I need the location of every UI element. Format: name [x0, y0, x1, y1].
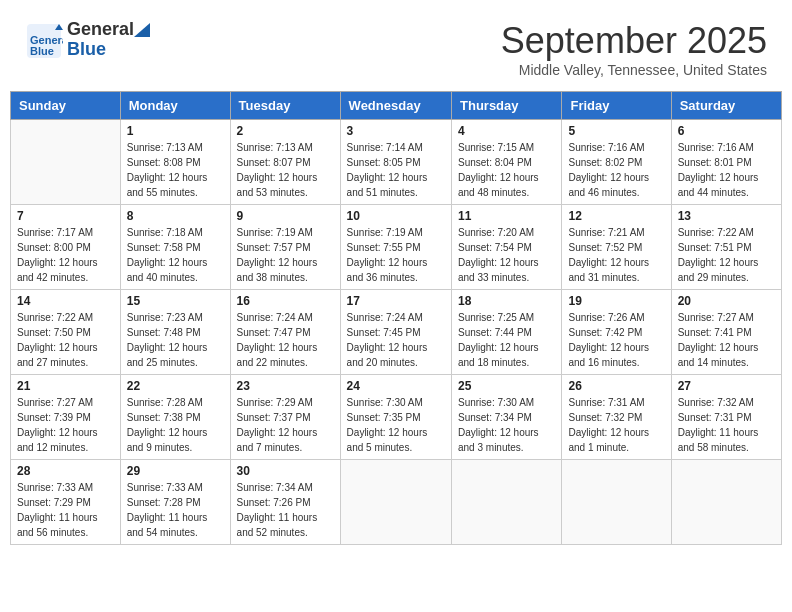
calendar-cell: 10Sunrise: 7:19 AM Sunset: 7:55 PM Dayli… [340, 205, 451, 290]
calendar-cell: 18Sunrise: 7:25 AM Sunset: 7:44 PM Dayli… [452, 290, 562, 375]
calendar-cell [671, 460, 781, 545]
day-number: 2 [237, 124, 334, 138]
day-info: Sunrise: 7:34 AM Sunset: 7:26 PM Dayligh… [237, 480, 334, 540]
calendar-cell: 3Sunrise: 7:14 AM Sunset: 8:05 PM Daylig… [340, 120, 451, 205]
day-number: 25 [458, 379, 555, 393]
day-number: 13 [678, 209, 775, 223]
month-title: September 2025 [501, 20, 767, 62]
day-info: Sunrise: 7:19 AM Sunset: 7:55 PM Dayligh… [347, 225, 445, 285]
day-info: Sunrise: 7:13 AM Sunset: 8:08 PM Dayligh… [127, 140, 224, 200]
day-number: 1 [127, 124, 224, 138]
calendar-week-row: 7Sunrise: 7:17 AM Sunset: 8:00 PM Daylig… [11, 205, 782, 290]
day-info: Sunrise: 7:19 AM Sunset: 7:57 PM Dayligh… [237, 225, 334, 285]
day-info: Sunrise: 7:27 AM Sunset: 7:39 PM Dayligh… [17, 395, 114, 455]
day-info: Sunrise: 7:16 AM Sunset: 8:01 PM Dayligh… [678, 140, 775, 200]
day-info: Sunrise: 7:33 AM Sunset: 7:28 PM Dayligh… [127, 480, 224, 540]
calendar-cell: 16Sunrise: 7:24 AM Sunset: 7:47 PM Dayli… [230, 290, 340, 375]
day-info: Sunrise: 7:17 AM Sunset: 8:00 PM Dayligh… [17, 225, 114, 285]
page-header: General Blue General Blue September 2025… [10, 10, 782, 83]
calendar-table: SundayMondayTuesdayWednesdayThursdayFrid… [10, 91, 782, 545]
day-number: 26 [568, 379, 664, 393]
calendar-cell [340, 460, 451, 545]
day-number: 7 [17, 209, 114, 223]
calendar-cell: 27Sunrise: 7:32 AM Sunset: 7:31 PM Dayli… [671, 375, 781, 460]
day-number: 8 [127, 209, 224, 223]
calendar-cell: 20Sunrise: 7:27 AM Sunset: 7:41 PM Dayli… [671, 290, 781, 375]
day-info: Sunrise: 7:13 AM Sunset: 8:07 PM Dayligh… [237, 140, 334, 200]
calendar-cell: 12Sunrise: 7:21 AM Sunset: 7:52 PM Dayli… [562, 205, 671, 290]
day-info: Sunrise: 7:25 AM Sunset: 7:44 PM Dayligh… [458, 310, 555, 370]
calendar-cell [11, 120, 121, 205]
calendar-cell: 14Sunrise: 7:22 AM Sunset: 7:50 PM Dayli… [11, 290, 121, 375]
day-info: Sunrise: 7:29 AM Sunset: 7:37 PM Dayligh… [237, 395, 334, 455]
day-number: 6 [678, 124, 775, 138]
weekday-header: Thursday [452, 92, 562, 120]
day-info: Sunrise: 7:22 AM Sunset: 7:51 PM Dayligh… [678, 225, 775, 285]
calendar-cell: 23Sunrise: 7:29 AM Sunset: 7:37 PM Dayli… [230, 375, 340, 460]
calendar-week-row: 28Sunrise: 7:33 AM Sunset: 7:29 PM Dayli… [11, 460, 782, 545]
day-info: Sunrise: 7:28 AM Sunset: 7:38 PM Dayligh… [127, 395, 224, 455]
day-info: Sunrise: 7:33 AM Sunset: 7:29 PM Dayligh… [17, 480, 114, 540]
day-info: Sunrise: 7:32 AM Sunset: 7:31 PM Dayligh… [678, 395, 775, 455]
weekday-header: Tuesday [230, 92, 340, 120]
day-info: Sunrise: 7:16 AM Sunset: 8:02 PM Dayligh… [568, 140, 664, 200]
calendar-cell: 19Sunrise: 7:26 AM Sunset: 7:42 PM Dayli… [562, 290, 671, 375]
calendar-cell: 8Sunrise: 7:18 AM Sunset: 7:58 PM Daylig… [120, 205, 230, 290]
svg-marker-4 [134, 23, 150, 37]
logo-triangle-icon [134, 23, 150, 37]
day-number: 5 [568, 124, 664, 138]
calendar-cell [452, 460, 562, 545]
day-number: 9 [237, 209, 334, 223]
calendar-cell: 2Sunrise: 7:13 AM Sunset: 8:07 PM Daylig… [230, 120, 340, 205]
calendar-cell: 13Sunrise: 7:22 AM Sunset: 7:51 PM Dayli… [671, 205, 781, 290]
day-number: 23 [237, 379, 334, 393]
calendar-cell: 25Sunrise: 7:30 AM Sunset: 7:34 PM Dayli… [452, 375, 562, 460]
day-info: Sunrise: 7:18 AM Sunset: 7:58 PM Dayligh… [127, 225, 224, 285]
calendar-cell: 4Sunrise: 7:15 AM Sunset: 8:04 PM Daylig… [452, 120, 562, 205]
calendar-week-row: 21Sunrise: 7:27 AM Sunset: 7:39 PM Dayli… [11, 375, 782, 460]
weekday-header: Friday [562, 92, 671, 120]
day-info: Sunrise: 7:31 AM Sunset: 7:32 PM Dayligh… [568, 395, 664, 455]
calendar-cell: 24Sunrise: 7:30 AM Sunset: 7:35 PM Dayli… [340, 375, 451, 460]
calendar-cell: 5Sunrise: 7:16 AM Sunset: 8:02 PM Daylig… [562, 120, 671, 205]
calendar-cell: 30Sunrise: 7:34 AM Sunset: 7:26 PM Dayli… [230, 460, 340, 545]
calendar-cell: 15Sunrise: 7:23 AM Sunset: 7:48 PM Dayli… [120, 290, 230, 375]
title-block: September 2025 Middle Valley, Tennessee,… [501, 20, 767, 78]
day-number: 4 [458, 124, 555, 138]
logo: General Blue General Blue [25, 20, 150, 60]
weekday-header: Wednesday [340, 92, 451, 120]
day-info: Sunrise: 7:24 AM Sunset: 7:47 PM Dayligh… [237, 310, 334, 370]
calendar-cell: 17Sunrise: 7:24 AM Sunset: 7:45 PM Dayli… [340, 290, 451, 375]
day-number: 21 [17, 379, 114, 393]
day-number: 10 [347, 209, 445, 223]
day-info: Sunrise: 7:30 AM Sunset: 7:35 PM Dayligh… [347, 395, 445, 455]
weekday-header: Saturday [671, 92, 781, 120]
day-number: 22 [127, 379, 224, 393]
calendar-cell: 6Sunrise: 7:16 AM Sunset: 8:01 PM Daylig… [671, 120, 781, 205]
day-info: Sunrise: 7:21 AM Sunset: 7:52 PM Dayligh… [568, 225, 664, 285]
location-text: Middle Valley, Tennessee, United States [501, 62, 767, 78]
logo-text: General Blue [67, 20, 150, 60]
calendar-cell: 28Sunrise: 7:33 AM Sunset: 7:29 PM Dayli… [11, 460, 121, 545]
day-info: Sunrise: 7:15 AM Sunset: 8:04 PM Dayligh… [458, 140, 555, 200]
day-number: 20 [678, 294, 775, 308]
svg-text:Blue: Blue [30, 45, 54, 57]
day-number: 18 [458, 294, 555, 308]
day-number: 16 [237, 294, 334, 308]
calendar-cell [562, 460, 671, 545]
weekday-header: Monday [120, 92, 230, 120]
day-number: 30 [237, 464, 334, 478]
day-info: Sunrise: 7:24 AM Sunset: 7:45 PM Dayligh… [347, 310, 445, 370]
day-number: 3 [347, 124, 445, 138]
day-info: Sunrise: 7:23 AM Sunset: 7:48 PM Dayligh… [127, 310, 224, 370]
day-number: 28 [17, 464, 114, 478]
day-number: 27 [678, 379, 775, 393]
calendar-cell: 26Sunrise: 7:31 AM Sunset: 7:32 PM Dayli… [562, 375, 671, 460]
day-number: 14 [17, 294, 114, 308]
calendar-cell: 11Sunrise: 7:20 AM Sunset: 7:54 PM Dayli… [452, 205, 562, 290]
day-info: Sunrise: 7:20 AM Sunset: 7:54 PM Dayligh… [458, 225, 555, 285]
day-number: 15 [127, 294, 224, 308]
day-info: Sunrise: 7:14 AM Sunset: 8:05 PM Dayligh… [347, 140, 445, 200]
logo-icon: General Blue [25, 22, 63, 60]
calendar-cell: 1Sunrise: 7:13 AM Sunset: 8:08 PM Daylig… [120, 120, 230, 205]
